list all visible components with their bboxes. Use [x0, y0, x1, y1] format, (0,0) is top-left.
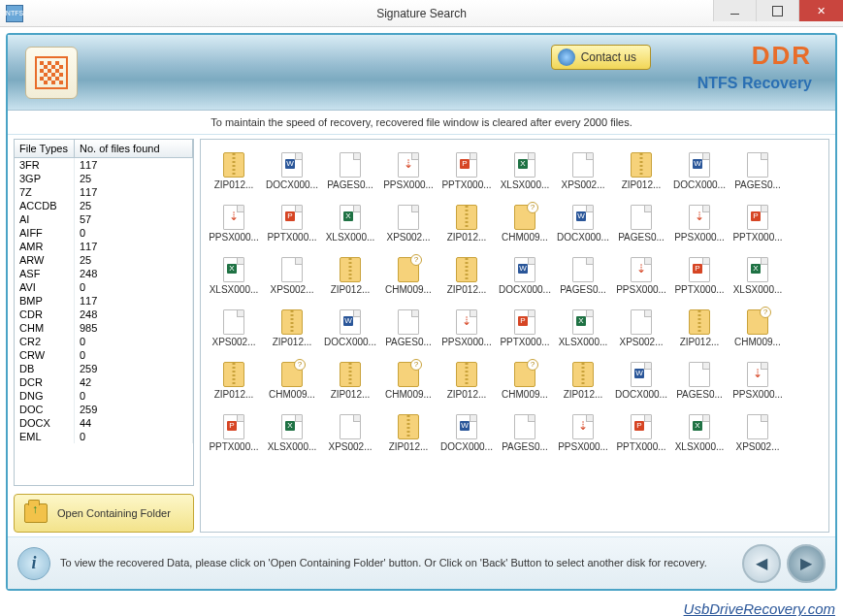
- file-item[interactable]: PAGES0...: [670, 351, 729, 400]
- file-item[interactable]: ZIP012...: [263, 299, 321, 347]
- file-item[interactable]: DOCX000...: [612, 351, 670, 400]
- file-item[interactable]: CHM009...: [379, 246, 438, 295]
- file-item[interactable]: XPS002...: [612, 299, 670, 347]
- info-icon: i: [17, 547, 50, 580]
- file-count-cell: 259: [75, 403, 193, 416]
- table-row[interactable]: 3FR117: [15, 158, 193, 172]
- contact-us-button[interactable]: Contact us: [551, 45, 651, 70]
- file-item[interactable]: PAGES0...: [496, 404, 554, 452]
- file-item[interactable]: PPSX000...: [438, 299, 496, 347]
- svg-rect-17: [51, 81, 55, 84]
- table-row[interactable]: 7Z117: [15, 185, 193, 199]
- table-row[interactable]: DOC259: [15, 403, 193, 416]
- file-item[interactable]: ZIP012...: [554, 351, 612, 400]
- file-item[interactable]: XLSX000...: [670, 404, 729, 452]
- file-item[interactable]: CHM009...: [496, 351, 554, 400]
- table-row[interactable]: DB259: [15, 362, 193, 375]
- file-types-body[interactable]: 3FR1173GP257Z117ACCDB25AI57AIFF0AMR117AR…: [15, 158, 193, 443]
- file-item[interactable]: DOCX000...: [670, 142, 729, 190]
- file-item[interactable]: ZIP012...: [379, 404, 438, 452]
- file-item[interactable]: XLSX000...: [263, 404, 321, 452]
- file-item[interactable]: PPSX000...: [554, 404, 612, 452]
- file-item[interactable]: XLSX000...: [729, 246, 787, 295]
- table-row[interactable]: EML0: [15, 430, 193, 443]
- minimize-button[interactable]: [713, 0, 756, 21]
- file-item[interactable]: DOCX000...: [496, 246, 554, 295]
- file-item[interactable]: ZIP012...: [438, 351, 496, 400]
- file-item[interactable]: PPSX000...: [379, 142, 438, 190]
- file-item[interactable]: PPTX000...: [670, 246, 729, 295]
- file-item[interactable]: PPTX000...: [612, 404, 670, 452]
- file-item[interactable]: PPTX000...: [496, 299, 554, 347]
- file-count-cell: 117: [75, 294, 193, 308]
- table-row[interactable]: AIFF0: [15, 226, 193, 240]
- file-item[interactable]: XPS002...: [729, 404, 787, 452]
- table-row[interactable]: AMR117: [15, 240, 193, 253]
- file-item[interactable]: ZIP012...: [438, 194, 496, 243]
- table-row[interactable]: AVI0: [15, 280, 193, 294]
- table-row[interactable]: DNG0: [15, 389, 193, 403]
- file-item[interactable]: PAGES0...: [729, 142, 787, 190]
- table-row[interactable]: ASF248: [15, 267, 193, 280]
- table-row[interactable]: CR20: [15, 335, 193, 348]
- close-button[interactable]: [798, 0, 843, 21]
- file-item[interactable]: XPS002...: [263, 246, 321, 295]
- file-item[interactable]: DOCX000...: [263, 142, 321, 190]
- file-item[interactable]: PAGES0...: [379, 299, 438, 347]
- col-files-found[interactable]: No. of files found: [75, 140, 193, 157]
- website-link[interactable]: UsbDriveRecovery.com: [0, 597, 843, 616]
- forward-button[interactable]: ▶: [787, 544, 826, 583]
- file-item[interactable]: ZIP012...: [321, 246, 379, 295]
- file-item[interactable]: CHM009...: [263, 351, 321, 400]
- file-item[interactable]: PPSX000...: [612, 246, 670, 295]
- file-item[interactable]: PPTX000...: [729, 194, 787, 243]
- file-item[interactable]: ZIP012...: [205, 351, 263, 400]
- file-item[interactable]: PAGES0...: [612, 194, 670, 243]
- table-row[interactable]: AI57: [15, 212, 193, 226]
- file-item[interactable]: XPS002...: [205, 299, 263, 347]
- file-item[interactable]: CHM009...: [379, 351, 438, 400]
- open-containing-folder-button[interactable]: Open Containing Folder: [14, 494, 194, 533]
- col-file-types[interactable]: File Types: [15, 140, 75, 157]
- table-row[interactable]: CRW0: [15, 348, 193, 362]
- file-item[interactable]: PPSX000...: [205, 194, 263, 243]
- file-item[interactable]: CHM009...: [496, 194, 554, 243]
- file-item[interactable]: PPSX000...: [729, 351, 787, 400]
- file-item[interactable]: CHM009...: [729, 299, 787, 347]
- file-item[interactable]: PPSX000...: [670, 194, 729, 243]
- file-item[interactable]: ZIP012...: [438, 246, 496, 295]
- file-grid-pane[interactable]: ZIP012...DOCX000...PAGES0...PPSX000...PP…: [200, 139, 829, 533]
- table-row[interactable]: 3GP25: [15, 172, 193, 185]
- file-count-cell: 985: [75, 321, 193, 335]
- file-item[interactable]: PPTX000...: [438, 142, 496, 190]
- table-row[interactable]: CDR248: [15, 308, 193, 321]
- file-item[interactable]: XLSX000...: [496, 142, 554, 190]
- file-name-label: XPS002...: [206, 337, 262, 347]
- file-item[interactable]: PPTX000...: [263, 194, 321, 243]
- file-item[interactable]: XLSX000...: [205, 246, 263, 295]
- file-item[interactable]: XLSX000...: [321, 194, 379, 243]
- table-row[interactable]: BMP117: [15, 294, 193, 308]
- file-item[interactable]: DOCX000...: [438, 404, 496, 452]
- file-item[interactable]: XLSX000...: [554, 299, 612, 347]
- file-item[interactable]: DOCX000...: [554, 194, 612, 243]
- file-item[interactable]: ZIP012...: [612, 142, 670, 190]
- file-item[interactable]: PPTX000...: [205, 404, 263, 452]
- table-row[interactable]: CHM985: [15, 321, 193, 335]
- file-item[interactable]: ZIP012...: [670, 299, 729, 347]
- maximize-button[interactable]: [756, 0, 798, 21]
- file-item[interactable]: DOCX000...: [321, 299, 379, 347]
- table-row[interactable]: DCR42: [15, 375, 193, 389]
- file-item[interactable]: ZIP012...: [205, 142, 263, 190]
- file-item[interactable]: PAGES0...: [554, 246, 612, 295]
- file-item[interactable]: XPS002...: [554, 142, 612, 190]
- file-item[interactable]: PAGES0...: [321, 142, 379, 190]
- back-button[interactable]: ◀: [742, 544, 781, 583]
- table-row[interactable]: DOCX44: [15, 416, 193, 430]
- file-item[interactable]: ZIP012...: [321, 351, 379, 400]
- table-row[interactable]: ARW25: [15, 253, 193, 267]
- ppsx-file-icon: [398, 152, 419, 178]
- file-item[interactable]: XPS002...: [379, 194, 438, 243]
- file-item[interactable]: XPS002...: [321, 404, 379, 452]
- table-row[interactable]: ACCDB25: [15, 199, 193, 212]
